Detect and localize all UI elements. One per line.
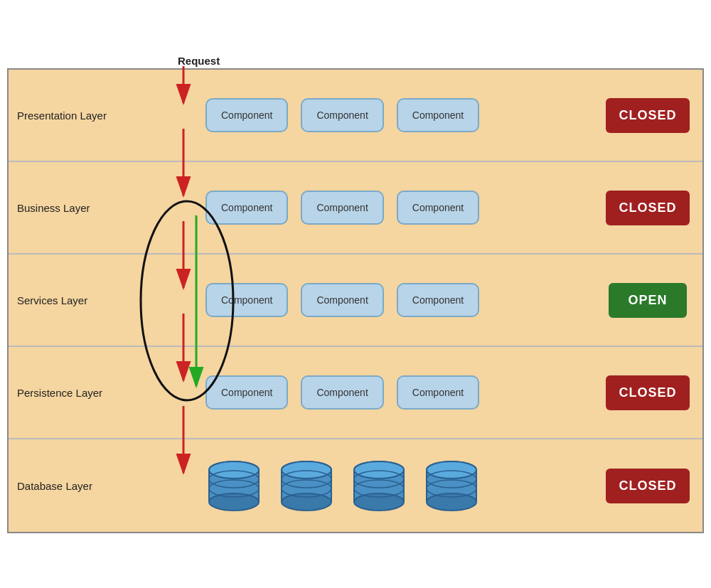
layers-container: Presentation Layer Component Component C… <box>7 68 704 533</box>
svg-point-13 <box>282 461 331 479</box>
persistence-status-badge: CLOSED <box>606 375 689 410</box>
component-box: Component <box>301 98 383 132</box>
db-cylinder-4 <box>423 459 480 513</box>
database-status-badge: CLOSED <box>606 469 689 503</box>
database-status-col: CLOSED <box>602 469 694 503</box>
svg-point-20 <box>354 493 404 511</box>
presentation-layer-row: Presentation Layer Component Component C… <box>9 70 702 162</box>
services-status-col: OPEN <box>602 283 694 318</box>
component-box: Component <box>397 98 479 132</box>
component-box: Component <box>301 191 383 225</box>
db-cylinder-2 <box>278 459 335 513</box>
services-components: Component Component Component <box>191 283 602 317</box>
business-status-col: CLOSED <box>602 191 694 225</box>
svg-point-4 <box>209 493 259 511</box>
component-box: Component <box>205 191 288 225</box>
persistence-layer-label: Persistence Layer <box>17 387 134 399</box>
services-status-badge: OPEN <box>609 283 687 318</box>
business-components: Component Component Component <box>191 191 602 225</box>
persistence-layer-row: Persistence Layer Component Component Co… <box>9 347 702 439</box>
diagram-wrapper: Request Presentation Layer Component Com… <box>7 55 704 533</box>
svg-point-12 <box>282 493 331 511</box>
services-layer-label: Services Layer <box>17 294 134 306</box>
business-layer-label: Business Layer <box>17 202 134 214</box>
presentation-components: Component Component Component <box>191 98 602 132</box>
component-box: Component <box>301 283 383 317</box>
component-box: Component <box>205 98 288 132</box>
component-box: Component <box>205 375 288 410</box>
database-layer-row: Database Layer <box>9 439 702 532</box>
svg-point-5 <box>209 461 259 479</box>
database-components <box>191 459 602 513</box>
business-layer-row: Business Layer Component Component Compo… <box>9 162 702 255</box>
services-layer-row: Services Layer Component Component Compo… <box>9 255 702 347</box>
presentation-status-badge: CLOSED <box>606 98 689 133</box>
component-box: Component <box>397 191 479 225</box>
presentation-status-col: CLOSED <box>602 98 694 133</box>
component-box: Component <box>397 283 479 317</box>
persistence-components: Component Component Component <box>191 375 602 410</box>
presentation-layer-label: Presentation Layer <box>17 109 134 122</box>
component-box: Component <box>397 375 479 410</box>
db-cylinder-3 <box>351 459 407 513</box>
svg-point-28 <box>427 493 476 511</box>
component-box: Component <box>205 283 288 317</box>
svg-point-29 <box>427 461 476 479</box>
database-layer-label: Database Layer <box>17 480 134 492</box>
db-cylinder-1 <box>205 459 262 513</box>
business-status-badge: CLOSED <box>606 191 689 225</box>
request-label: Request <box>178 55 220 67</box>
svg-point-21 <box>354 461 404 479</box>
component-box: Component <box>301 375 383 410</box>
persistence-status-col: CLOSED <box>602 375 694 410</box>
